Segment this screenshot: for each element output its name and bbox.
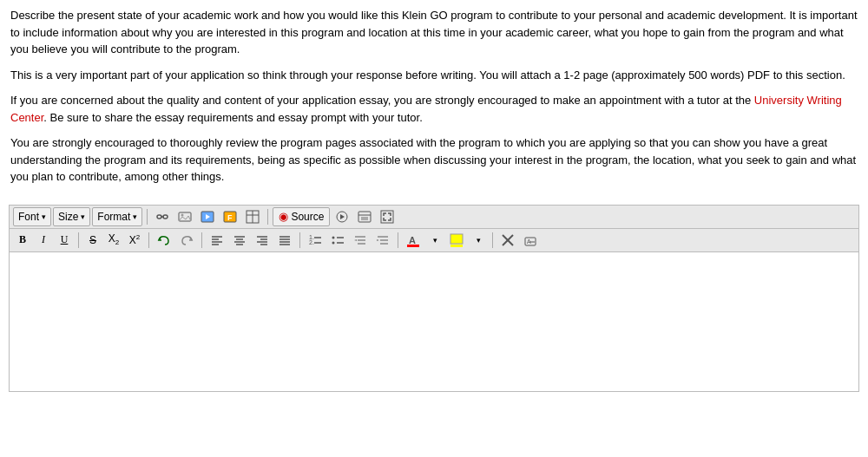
ordered-list-icon: 1. 2. — [308, 233, 322, 247]
source-label: Source — [291, 211, 324, 223]
bold-button[interactable]: B — [13, 231, 32, 250]
insert-table-button[interactable] — [242, 207, 263, 226]
font-label: Font — [18, 211, 39, 223]
insert-image-button[interactable] — [174, 207, 195, 226]
svg-rect-16 — [381, 211, 393, 223]
redo-icon — [180, 233, 194, 247]
strikethrough-button[interactable]: S — [83, 231, 102, 250]
svg-rect-50 — [407, 245, 419, 247]
bg-color-icon — [450, 233, 464, 247]
underline-icon: U — [61, 233, 69, 246]
italic-button[interactable]: I — [34, 231, 53, 250]
toolbar-separator-4 — [148, 232, 149, 248]
remove-format-button[interactable] — [497, 231, 518, 250]
align-left-icon — [210, 233, 224, 247]
toolbar-separator-3 — [78, 232, 79, 248]
svg-marker-48 — [377, 239, 379, 241]
svg-point-39 — [332, 241, 335, 244]
align-center-icon — [233, 233, 247, 247]
format-arrow-icon: ▾ — [133, 212, 137, 221]
size-label: Size — [58, 211, 78, 223]
unordered-list-icon — [331, 233, 345, 247]
text-color-button[interactable]: A — [403, 231, 424, 250]
text-color-dropdown-icon: ▾ — [433, 236, 437, 245]
font-dropdown-button[interactable]: Font ▾ — [13, 207, 51, 226]
subscript-button[interactable]: X2 — [104, 231, 123, 250]
source-button[interactable]: ◉ Source — [273, 207, 330, 226]
rich-text-editor: Font ▾ Size ▾ Format ▾ — [9, 205, 859, 392]
unordered-list-button[interactable] — [327, 231, 348, 250]
paragraph-2: This is a very important part of your ap… — [10, 67, 858, 84]
redo-button[interactable] — [176, 231, 197, 250]
fullscreen-icon — [380, 210, 394, 224]
svg-rect-15 — [361, 217, 368, 220]
paragraph-3-text-before: If you are concerned about the quality a… — [10, 94, 754, 107]
toolbar-separator-5 — [201, 232, 202, 248]
ordered-list-button[interactable]: 1. 2. — [305, 231, 326, 250]
preview-icon — [358, 210, 372, 224]
justify-icon — [278, 233, 292, 247]
bold-icon: B — [19, 233, 26, 246]
underline-button[interactable]: U — [55, 231, 74, 250]
bg-color-button[interactable] — [446, 231, 467, 250]
bg-color-dropdown-icon: ▾ — [477, 236, 481, 245]
insert-link-button[interactable] — [152, 207, 173, 226]
decrease-indent-icon — [353, 233, 367, 247]
fullscreen-button[interactable] — [377, 207, 398, 226]
svg-rect-51 — [450, 234, 463, 244]
svg-marker-44 — [354, 239, 357, 241]
justify-button[interactable] — [274, 231, 295, 250]
italic-icon: I — [42, 233, 45, 246]
text-color-icon: A — [406, 233, 420, 247]
media-icon — [201, 210, 214, 224]
paragraph-1: Describe the present state of your acade… — [10, 7, 858, 58]
svg-rect-52 — [450, 245, 463, 247]
insert-flash-button[interactable]: F — [220, 207, 240, 226]
accessibility-icon: A — [523, 233, 537, 247]
audio-button[interactable] — [332, 207, 352, 226]
format-label: Format — [97, 211, 130, 223]
content-area: Describe the present state of your acade… — [0, 0, 868, 198]
align-center-button[interactable] — [229, 231, 250, 250]
source-icon: ◉ — [279, 210, 288, 223]
toolbar-separator-8 — [492, 232, 493, 248]
text-color-arrow[interactable]: ▾ — [425, 231, 444, 250]
increase-indent-button[interactable] — [372, 231, 393, 250]
align-right-icon — [255, 233, 269, 247]
svg-text:A: A — [409, 235, 416, 245]
svg-text:2.: 2. — [309, 239, 314, 245]
image-icon — [178, 210, 192, 224]
align-right-button[interactable] — [252, 231, 273, 250]
subscript-icon: X2 — [108, 232, 119, 246]
paragraph-4: You are strongly encouraged to thoroughl… — [10, 134, 858, 186]
toolbar-row-2: B I U S X2 X2 — [10, 229, 858, 252]
link-icon — [155, 210, 169, 224]
paragraph-3-text-after: . Be sure to share the essay requirement… — [43, 111, 422, 124]
size-arrow-icon: ▾ — [81, 212, 85, 221]
format-dropdown-button[interactable]: Format ▾ — [92, 207, 142, 226]
remove-format-icon — [501, 233, 515, 247]
toolbar-separator-6 — [299, 232, 300, 248]
size-dropdown-button[interactable]: Size ▾ — [53, 207, 90, 226]
increase-indent-icon — [376, 233, 390, 247]
align-left-button[interactable] — [207, 231, 227, 250]
toolbar-separator-1 — [147, 209, 148, 225]
insert-media-button[interactable] — [197, 207, 218, 226]
font-arrow-icon: ▾ — [42, 212, 46, 221]
bg-color-arrow[interactable]: ▾ — [469, 231, 488, 250]
decrease-indent-button[interactable] — [350, 231, 371, 250]
paragraph-3: If you are concerned about the quality a… — [10, 92, 858, 126]
table-icon — [246, 210, 260, 224]
superscript-button[interactable]: X2 — [125, 231, 144, 250]
accessibility-button[interactable]: A — [520, 231, 541, 250]
strikethrough-icon: S — [89, 234, 96, 246]
preview-button[interactable] — [354, 207, 375, 226]
svg-point-4 — [181, 213, 184, 216]
toolbar-separator-2 — [267, 209, 268, 225]
undo-button[interactable] — [154, 231, 174, 250]
toolbar-separator-7 — [398, 232, 398, 248]
editor-body[interactable] — [10, 252, 858, 391]
svg-text:F: F — [227, 213, 233, 222]
flash-icon: F — [223, 210, 237, 224]
audio-icon — [335, 210, 349, 224]
